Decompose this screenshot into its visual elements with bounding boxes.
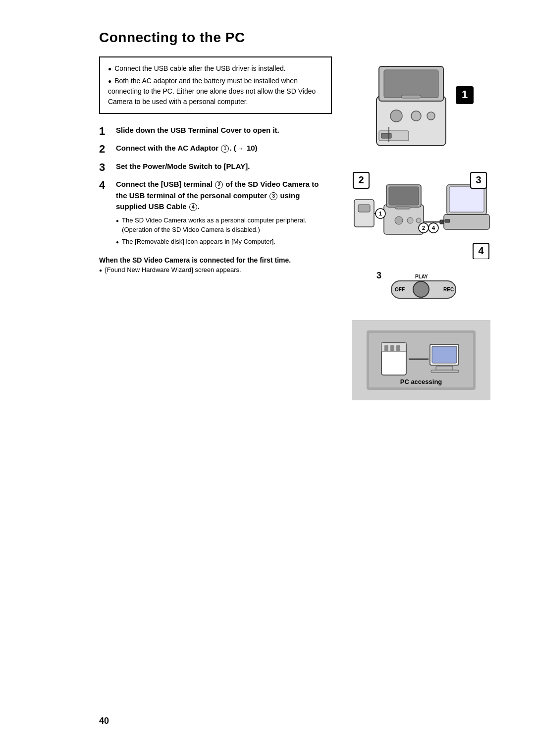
sub-bullets: The SD Video Camera works as a personal …: [116, 216, 332, 247]
warning-item-2: Both the AC adaptor and the battery must…: [108, 76, 323, 107]
svg-rect-12: [354, 200, 374, 227]
svg-rect-51: [390, 345, 394, 351]
svg-point-21: [395, 216, 403, 224]
svg-rect-13: [358, 205, 370, 212]
warning-box: Connect the USB cable after the USB driv…: [99, 56, 332, 114]
svg-text:3: 3: [376, 270, 381, 280]
diagram-4-container: PC accessing: [352, 320, 490, 400]
warning-item-1: Connect the USB cable after the USB driv…: [108, 63, 323, 74]
svg-rect-3: [401, 95, 421, 98]
svg-point-4: [390, 110, 402, 122]
svg-rect-56: [436, 366, 453, 370]
circle-3: 3: [269, 192, 277, 200]
svg-text:OFF: OFF: [395, 287, 405, 292]
sub-bullet-2: The [Removable disk] icon appears in [My…: [116, 237, 332, 247]
svg-text:2: 2: [422, 225, 425, 231]
svg-rect-2: [384, 70, 438, 98]
svg-rect-27: [449, 187, 484, 212]
svg-text:PC accessing: PC accessing: [400, 378, 442, 385]
step-3-text: Set the Power/Mode Switch to [PLAY].: [116, 161, 250, 172]
svg-text:1: 1: [379, 211, 382, 216]
step-4: 4 Connect the [USB] terminal 2 of the SD…: [99, 179, 332, 248]
step-4-content: Connect the [USB] terminal 2 of the SD V…: [116, 179, 332, 248]
svg-point-23: [416, 218, 421, 223]
svg-rect-29: [445, 219, 450, 222]
svg-rect-20: [395, 207, 410, 209]
warning-section: When the SD Video Camera is connected fo…: [99, 256, 332, 273]
svg-rect-50: [384, 345, 388, 351]
circle-1: 1: [221, 145, 229, 153]
svg-rect-57: [431, 370, 459, 373]
diagram-3-svg: 3 OFF PLAY REC: [372, 269, 471, 308]
svg-point-22: [407, 217, 413, 223]
step-1-number: 1: [99, 125, 113, 138]
step-3-number: 3: [99, 161, 113, 174]
step-1-text: Slide down the USB Terminal Cover to ope…: [116, 125, 279, 136]
page-number: 40: [99, 716, 109, 726]
step-2-number: 2: [99, 143, 113, 156]
page-title: Connecting to the PC: [99, 30, 495, 46]
warning-header: When the SD Video Camera is connected fo…: [99, 256, 332, 264]
svg-point-6: [427, 112, 435, 120]
diagram-2-svg: 2: [352, 170, 490, 259]
sub-bullet-1: The SD Video Camera works as a personal …: [116, 216, 332, 235]
svg-text:REC: REC: [443, 287, 454, 292]
step-2-text: Connect with the AC Adaptor 1. (→ 10): [116, 143, 258, 154]
step-4-number: 4: [99, 179, 113, 192]
diagram-3-container: 3 OFF PLAY REC: [372, 269, 471, 310]
svg-text:4: 4: [478, 245, 484, 256]
svg-text:PLAY: PLAY: [415, 274, 428, 279]
svg-rect-28: [444, 215, 489, 229]
svg-rect-19: [389, 187, 419, 205]
diagram-1-svg: 1: [352, 56, 490, 161]
step-2: 2 Connect with the AC Adaptor 1. (→ 10): [99, 143, 332, 156]
svg-text:4: 4: [432, 225, 435, 231]
svg-rect-52: [396, 345, 400, 351]
step-1: 1 Slide down the USB Terminal Cover to o…: [99, 125, 332, 138]
step-3: 3 Set the Power/Mode Switch to [PLAY].: [99, 161, 332, 174]
svg-text:3: 3: [476, 174, 481, 185]
svg-text:2: 2: [358, 174, 364, 185]
svg-point-42: [413, 281, 429, 297]
svg-rect-8: [381, 133, 391, 138]
step-4-text: Connect the [USB] terminal 2 of the SD V…: [116, 180, 319, 211]
diagram-2-container: 2: [352, 170, 490, 261]
right-column: 1 2: [347, 56, 495, 400]
circle-2: 2: [215, 181, 223, 189]
main-layout: Connect the USB cable after the USB driv…: [99, 56, 495, 400]
warning-sub-bullet: [Found New Hardware Wizard] screen appea…: [99, 266, 332, 273]
page: Connecting to the PC Connect the USB cab…: [0, 0, 535, 756]
circle-4: 4: [189, 203, 197, 211]
steps-list: 1 Slide down the USB Terminal Cover to o…: [99, 125, 332, 248]
svg-point-5: [411, 111, 421, 121]
diagram-1-container: 1: [352, 56, 490, 162]
svg-rect-55: [432, 346, 457, 363]
diagram-4-svg: PC accessing: [367, 330, 476, 390]
left-column: Connect the USB cable after the USB driv…: [99, 56, 332, 273]
svg-text:1: 1: [462, 88, 468, 101]
